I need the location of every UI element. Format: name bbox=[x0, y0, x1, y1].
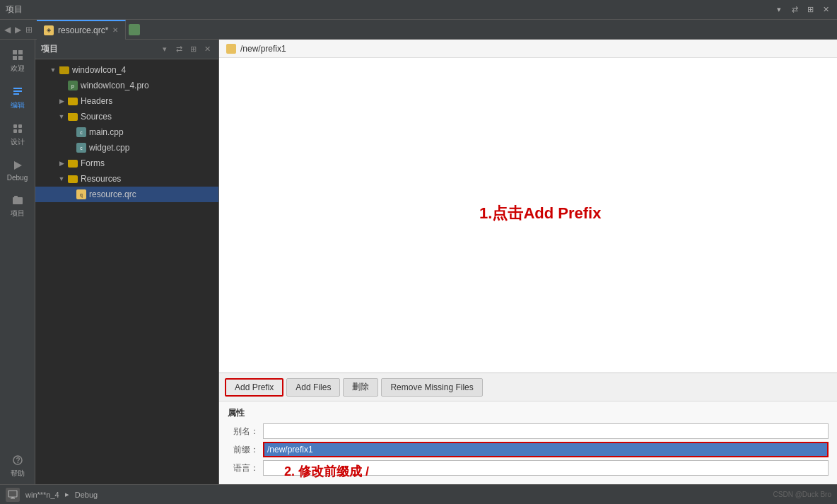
editor-hint: 1.点击Add Prefix bbox=[479, 203, 601, 224]
add-prefix-button[interactable]: Add Prefix bbox=[225, 378, 283, 397]
svg-text:?: ? bbox=[16, 457, 20, 464]
tree-item-pro[interactable]: ▶ p windowIcon_4.pro bbox=[35, 78, 218, 93]
lang-row: 语言： bbox=[228, 460, 829, 476]
file-icon-qrc: q bbox=[76, 189, 86, 199]
tree-label-maincpp: main.cpp bbox=[89, 127, 124, 137]
tree-item-sources[interactable]: ▼ Sources bbox=[35, 109, 218, 124]
svg-rect-2 bbox=[13, 56, 17, 60]
alias-input[interactable] bbox=[263, 423, 829, 439]
tree-label-forms: Forms bbox=[81, 158, 105, 168]
svg-rect-18 bbox=[12, 497, 14, 498]
tree-item-headers[interactable]: ▶ Headers bbox=[35, 93, 218, 109]
filter-icon[interactable]: ▾ bbox=[773, 4, 785, 16]
expand-tree-icon[interactable]: ⊞ bbox=[187, 44, 199, 55]
top-bar-icons: ▾ ⇄ ⊞ ✕ bbox=[773, 4, 831, 16]
prefix-input[interactable] bbox=[263, 442, 829, 457]
editor-content: 1.点击Add Prefix bbox=[219, 58, 837, 373]
nav-back[interactable]: ◀ bbox=[3, 23, 12, 36]
watermark: CSDN @Duck Bro bbox=[773, 491, 831, 498]
debug-icon bbox=[11, 158, 25, 172]
sidebar-item-edit[interactable]: 编辑 bbox=[0, 79, 35, 116]
close-panel-icon[interactable]: ✕ bbox=[820, 4, 831, 16]
tree-label-windowicon4: windowIcon_4 bbox=[72, 65, 126, 75]
tab-extra-icon[interactable] bbox=[129, 24, 140, 35]
nav-arrows: ◀ ▶ ⊞ bbox=[0, 23, 37, 36]
content-area: /new/prefix1 1.点击Add Prefix Add Prefix A… bbox=[219, 40, 837, 484]
expand-arrow-headers: ▶ bbox=[58, 98, 65, 105]
status-bar: win***n_4 ▸ Debug CSDN @Duck Bro bbox=[0, 484, 837, 504]
qrc-tab-icon: ◈ bbox=[44, 25, 54, 35]
tab-resource-qrc[interactable]: ◈ resource.qrc* ✕ bbox=[37, 20, 126, 40]
svg-rect-6 bbox=[13, 93, 19, 95]
tree-item-resources[interactable]: ▼ Resources bbox=[35, 171, 218, 187]
prefix-label: 前缀： bbox=[228, 444, 263, 456]
delete-button[interactable]: 删除 bbox=[343, 378, 378, 397]
folder-icon-forms bbox=[68, 160, 78, 168]
svg-rect-13 bbox=[14, 196, 18, 198]
close-tree-icon[interactable]: ✕ bbox=[201, 44, 213, 55]
tree-label-sources: Sources bbox=[81, 112, 112, 122]
sidebar-item-debug[interactable]: Debug bbox=[0, 153, 35, 187]
status-project-name: win***n_4 bbox=[25, 491, 59, 499]
svg-marker-11 bbox=[14, 161, 22, 170]
sync-tree-icon[interactable]: ⇄ bbox=[173, 44, 185, 55]
nav-bookmark[interactable]: ⊞ bbox=[24, 23, 34, 36]
status-debug-label: Debug bbox=[75, 491, 98, 499]
sidebar-item-help[interactable]: ? 帮助 bbox=[0, 447, 35, 484]
svg-rect-5 bbox=[13, 90, 22, 92]
remove-missing-button[interactable]: Remove Missing Files bbox=[381, 378, 482, 397]
sidebar-label-edit: 编辑 bbox=[11, 100, 25, 110]
lang-input[interactable] bbox=[263, 460, 829, 476]
help-icon: ? bbox=[11, 453, 25, 467]
sidebar-label-welcome: 欢迎 bbox=[11, 64, 25, 74]
tree-item-widgetcpp[interactable]: ▶ c widget.cpp bbox=[35, 140, 218, 156]
svg-rect-7 bbox=[13, 124, 17, 128]
sidebar-item-welcome[interactable]: 欢迎 bbox=[0, 42, 35, 79]
alias-row: 别名： bbox=[228, 423, 829, 439]
svg-rect-1 bbox=[18, 50, 23, 54]
top-bar-title: 项目 bbox=[6, 4, 23, 16]
tree-label-resources: Resources bbox=[81, 174, 121, 184]
tree-item-qrc[interactable]: ▶ q resource.qrc bbox=[35, 187, 218, 202]
svg-rect-4 bbox=[13, 88, 22, 89]
svg-rect-9 bbox=[13, 129, 17, 133]
panel-header-icons: ▾ ⇄ ⊞ ✕ bbox=[159, 44, 213, 55]
main-layout: 欢迎 编辑 设计 bbox=[0, 40, 837, 484]
file-icon-widgetcpp: c bbox=[76, 143, 86, 153]
status-left: win***n_4 ▸ Debug bbox=[6, 488, 98, 502]
monitor-icon bbox=[6, 488, 20, 502]
sidebar-item-design[interactable]: 设计 bbox=[0, 116, 35, 153]
panel-header: 项目 ▾ ⇄ ⊞ ✕ bbox=[35, 40, 218, 59]
tree-item-maincpp[interactable]: ▶ c main.cpp bbox=[35, 124, 218, 140]
alias-label: 别名： bbox=[228, 426, 263, 438]
tree-item-windowicon4[interactable]: ▼ windowIcon_4 bbox=[35, 62, 218, 78]
design-icon bbox=[11, 122, 25, 136]
svg-rect-12 bbox=[13, 197, 23, 204]
expand-arrow-sources: ▼ bbox=[58, 113, 65, 120]
tree-item-forms[interactable]: ▶ Forms bbox=[35, 156, 218, 171]
expand-arrow-forms: ▶ bbox=[58, 160, 65, 167]
top-bar: 项目 ▾ ⇄ ⊞ ✕ bbox=[0, 0, 837, 20]
tree-label-qrc: resource.qrc bbox=[89, 189, 136, 199]
filter-tree-icon[interactable]: ▾ bbox=[159, 44, 170, 55]
sidebar-label-design: 设计 bbox=[11, 137, 25, 147]
svg-rect-8 bbox=[18, 124, 22, 128]
nav-forward[interactable]: ▶ bbox=[13, 23, 23, 36]
sidebar-item-project[interactable]: 项目 bbox=[0, 187, 35, 224]
folder-icon-headers bbox=[68, 98, 78, 105]
tab-close-button[interactable]: ✕ bbox=[112, 26, 118, 34]
svg-rect-3 bbox=[18, 56, 23, 60]
properties-title: 属性 bbox=[228, 407, 829, 419]
sidebar-label-debug: Debug bbox=[7, 174, 28, 182]
add-files-button[interactable]: Add Files bbox=[286, 378, 340, 397]
file-tree-panel: 项目 ▾ ⇄ ⊞ ✕ ▼ windowIcon_4 ▶ p windowIcon… bbox=[35, 40, 219, 484]
breadcrumb-text: /new/prefix1 bbox=[240, 44, 286, 54]
folder-icon-windowicon4 bbox=[59, 66, 69, 74]
breadcrumb-bar: /new/prefix1 bbox=[219, 40, 837, 58]
tree-label-widgetcpp: widget.cpp bbox=[89, 143, 129, 153]
breadcrumb-icon bbox=[226, 44, 236, 54]
expand-icon[interactable]: ⊞ bbox=[804, 4, 816, 16]
svg-rect-16 bbox=[8, 491, 17, 497]
sync-icon[interactable]: ⇄ bbox=[789, 4, 800, 16]
expand-arrow-windowicon4: ▼ bbox=[49, 66, 57, 74]
